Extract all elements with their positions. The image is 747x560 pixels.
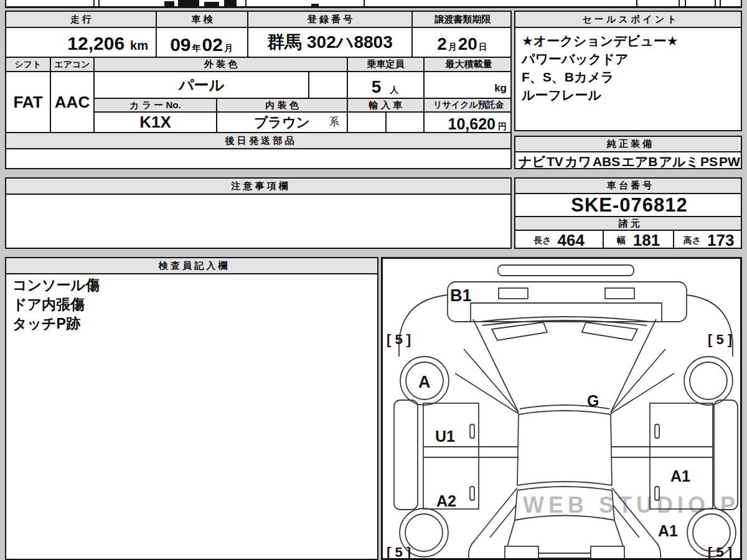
interior-color-name: ブラウン: [254, 113, 310, 132]
spec-width-value: 181: [633, 231, 660, 249]
capacity-value: 5 人: [347, 71, 423, 98]
spec-height-value: 173: [707, 231, 734, 249]
capacity-header: 乗車定員: [347, 57, 423, 71]
list-item: ドア内張傷: [12, 295, 374, 314]
mileage-number: 12,206: [67, 33, 125, 54]
wheel-front-right-shape: [684, 357, 733, 405]
shaken-header: 車 検: [156, 12, 247, 27]
shaken-year-unit: 年: [192, 43, 201, 54]
max-load-header: 最大積載量: [423, 57, 512, 71]
door-handle-rear-left: [470, 487, 474, 500]
shaken-month: 02: [202, 34, 223, 55]
chassis-specs-panel: 車 台 番 号 SKE-076812 諸 元 長さ 464 幅 181 高さ 1…: [514, 177, 742, 249]
genuine-equipment-panel: 純 正 装 備 ナビTVカワABSエアBアルミPSPW: [514, 136, 742, 169]
damage-label-glass: G: [587, 392, 599, 409]
inspector-notes-header: 検 査 員 記 入 欄: [6, 258, 378, 273]
exterior-color-value: パール: [93, 71, 308, 98]
deadline-day: 20: [458, 34, 477, 54]
sales-points-panel: セ ー ル ス ポ イ ン ト ★オークションデビュー★パワーバックドアF、S、…: [514, 11, 742, 131]
spec-height-label: 高さ: [684, 235, 701, 246]
tire-score-rear-left: [ 5 ]: [387, 544, 411, 558]
inspector-notes-section: 検 査 員 記 入 欄 コンソール傷ドア内張傷タッチP跡: [5, 257, 378, 560]
list-item: PW: [719, 154, 740, 169]
shaken-month-unit: 月: [224, 43, 233, 54]
specs-header: 諸 元: [515, 216, 742, 230]
later-shipping-body: [6, 148, 512, 169]
list-item: PS: [700, 154, 718, 169]
deadline-day-unit: 日: [479, 42, 487, 53]
sales-points-body: ★オークションデビュー★パワーバックドアF、S、Bカメラルーフレール: [515, 27, 742, 131]
aircon-header: エアコン: [50, 57, 93, 71]
list-item: F、S、Bカメラ: [522, 68, 737, 86]
damage-diagram-panel: WEB STUDIO PRO B1 G [ 5 ] [ 5 ]: [381, 257, 742, 560]
damage-label-wheel-front-left: A: [418, 373, 431, 391]
interior-color-suffix: 系: [329, 116, 339, 129]
caution-notes-body: [6, 194, 512, 249]
shaken-year: 09: [170, 34, 190, 55]
spec-width-cell: 幅 181: [603, 230, 673, 249]
door-handle-front-right: [655, 424, 659, 438]
spec-length-label: 長さ: [533, 235, 551, 246]
caution-notes-section: 注 意 事 項 欄: [5, 177, 512, 249]
cutoff-text-fragment: [178, 0, 199, 6]
import-cell-2: [385, 111, 423, 132]
recycle-fee-number: 10,620: [448, 115, 496, 132]
list-item: エアB: [621, 153, 657, 170]
list-item: ルーフレール: [522, 86, 737, 104]
damage-label-front: B1: [450, 286, 472, 305]
registration-value: 群馬 302ハ8803: [247, 27, 411, 57]
damage-label-door-front-left: U1: [435, 427, 455, 445]
list-item: アルミ: [659, 153, 698, 170]
damage-label-quarter-rear-right: A1: [658, 522, 678, 539]
shift-value: FAT: [6, 71, 50, 132]
genuine-equipment-list: ナビTVカワABSエアBアルミPSPW: [515, 151, 742, 169]
genuine-equipment-header: 純 正 装 備: [515, 137, 742, 151]
exterior-color-header: 外 装 色: [93, 57, 347, 71]
tire-score-front-right: [ 5 ]: [708, 332, 732, 347]
headlight-left-shape: [499, 288, 528, 299]
cutoff-text-fragment: [224, 0, 237, 6]
import-header: 輸 入 車: [347, 98, 423, 111]
list-item: ★オークションデビュー★: [522, 32, 737, 50]
tire-score-front-left: [ 5 ]: [387, 332, 411, 347]
max-load-unit: kg: [494, 82, 507, 95]
vehicle-auction-sheet: { "info": { "mileage_label": "走 行", "mil…: [0, 0, 747, 560]
recycle-fee-header: リサイクル預託金: [423, 98, 512, 111]
taillight-left-shape: [505, 546, 538, 558]
later-shipping-header: 後 日 発 送 部 品: [6, 132, 512, 148]
deadline-month-unit: 月: [448, 42, 457, 53]
headlight-right-shape: [605, 288, 634, 299]
max-load-value: kg: [423, 71, 512, 98]
caution-notes-header: 注 意 事 項 欄: [6, 179, 512, 194]
inspector-notes-body: コンソール傷ドア内張傷タッチP跡: [6, 273, 378, 560]
recycle-fee-value: 10,620 円: [423, 111, 512, 132]
list-item: タッチP跡: [12, 314, 374, 334]
cutoff-text-fragment: [204, 2, 219, 7]
door-handle-front-left: [470, 424, 474, 438]
front-bumper-shape: [448, 282, 687, 322]
sales-points-header: セ ー ル ス ポ イ ン ト: [515, 12, 742, 27]
cutoff-top-row: [5, 0, 742, 8]
list-item: TV: [547, 154, 563, 169]
shaken-value: 09 年 02 月: [156, 27, 247, 57]
color-no-header: カ ラ ー No.: [93, 98, 216, 111]
interior-color-value: ブラウン 系: [216, 111, 347, 132]
damage-label-door-rear-right: A1: [670, 467, 690, 485]
mileage-header: 走 行: [6, 12, 156, 27]
list-item: カワ: [565, 153, 591, 170]
tire-score-rear-right: [ 5 ]: [708, 544, 732, 558]
list-item: コンソール傷: [12, 276, 374, 295]
car-top-view-diagram: WEB STUDIO PRO B1 G [ 5 ] [ 5 ]: [383, 259, 740, 558]
capacity-unit: 人: [390, 85, 398, 96]
transfer-deadline-value: 2 月 20 日: [411, 27, 512, 57]
import-cell-1: [347, 111, 385, 132]
deadline-month: 2: [437, 34, 447, 54]
spec-length-cell: 長さ 464: [515, 230, 603, 249]
cutoff-text-fragment: [311, 4, 319, 6]
front-trim-shape: [498, 265, 634, 276]
mileage-unit: km: [130, 39, 148, 53]
color-no-value: K1X: [93, 111, 216, 132]
cutoff-text-fragment: [164, 1, 174, 7]
spec-width-label: 幅: [617, 235, 626, 246]
list-item: ABS: [593, 154, 620, 169]
